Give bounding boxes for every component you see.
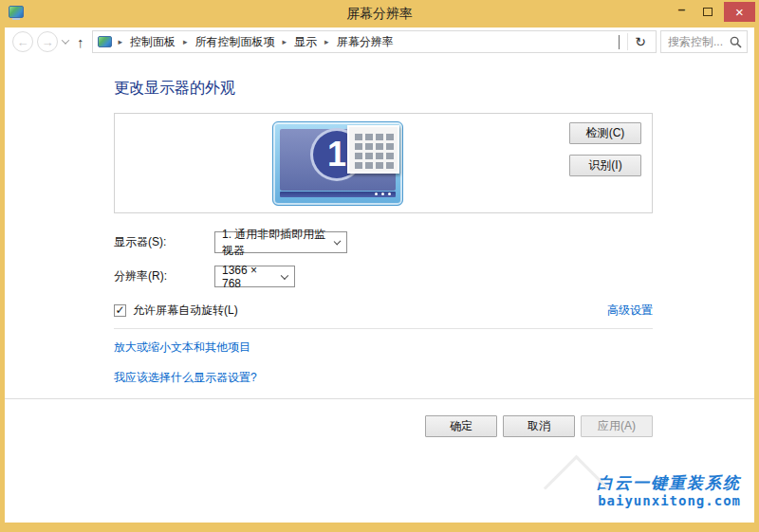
breadcrumb-item-all-items[interactable]: 所有控制面板项 [193,33,278,51]
window-controls: – × [669,2,755,23]
breadcrumb-separator-icon: ▸ [320,37,334,46]
resolution-label: 分辨率(R): [114,268,214,284]
breadcrumb-item-control-panel[interactable]: 控制面板 [127,33,178,51]
start-screen-thumbnail [347,125,399,174]
check-icon: ✓ [115,303,124,317]
breadcrumb-separator-icon: ▸ [178,37,193,46]
resize-text-link[interactable]: 放大或缩小文本和其他项目 [114,340,250,354]
divider [114,328,653,329]
rotation-checkbox-group: ✓ 允许屏幕自动旋转(L) [114,303,238,319]
screen-resolution-window: 屏幕分辨率 – × ← → ↑ ▸ 控制面板 ▸ 所有控制面板项 ▸ 显示 ▸ … [0,0,759,532]
up-button[interactable]: ↑ [77,34,84,50]
breadcrumb-item-display[interactable]: 显示 [291,33,320,51]
advanced-settings-link[interactable]: 高级设置 [607,303,653,319]
tile-grid-icon [355,133,395,169]
chevron-down-icon [619,35,620,49]
client-area: ← → ↑ ▸ 控制面板 ▸ 所有控制面板项 ▸ 显示 ▸ 屏幕分辨率 ↻ [5,28,754,523]
close-icon: × [735,5,744,19]
refresh-button[interactable]: ↻ [628,34,653,49]
minimize-button[interactable]: – [669,2,694,22]
preview-buttons: 检测(C) 识别(I) [569,122,641,176]
watermark-url: baiyunxitong.com [597,493,741,509]
display-selected-value: 1. 通用非即插即用监视器 [222,227,329,259]
monitor-dots-icon [375,193,391,195]
forward-icon: → [42,35,54,49]
dialog-buttons: 确定 取消 应用(A) [5,415,653,437]
identify-button[interactable]: 识别(I) [569,155,641,176]
watermark: 白云一键重装系统 baiyunxitong.com [580,470,747,511]
cancel-button[interactable]: 取消 [503,415,575,437]
recent-pages-dropdown[interactable] [62,38,69,46]
monitor-1-graphic[interactable]: 1 [272,121,403,206]
breadcrumb[interactable]: ▸ 控制面板 ▸ 所有控制面板项 ▸ 显示 ▸ 屏幕分辨率 ↻ [92,30,657,53]
close-button[interactable]: × [724,2,755,22]
back-button[interactable]: ← [12,31,33,52]
up-icon: ↑ [77,34,84,50]
display-select[interactable]: 1. 通用非即插即用监视器 [214,231,347,253]
breadcrumb-separator-icon: ▸ [114,37,128,46]
monitor-preview-panel: 1 检测(C) 识别(I) [114,113,653,213]
titlebar: 屏幕分辨率 – × [0,0,759,28]
search-input[interactable] [666,34,730,49]
maximize-icon [703,8,713,16]
search-box [660,30,748,53]
chevron-down-icon [281,271,288,279]
forward-button[interactable]: → [37,31,58,52]
address-bar: ← → ↑ ▸ 控制面板 ▸ 所有控制面板项 ▸ 显示 ▸ 屏幕分辨率 ↻ [5,28,754,56]
monitor-bottom-strip [280,192,396,197]
resolution-select[interactable]: 1366 × 768 [214,266,295,287]
ok-button[interactable]: 确定 [425,415,497,437]
page-title: 更改显示器的外观 [114,79,754,97]
display-settings-help-link[interactable]: 我应该选择什么显示器设置? [114,371,257,384]
display-row: 显示器(S): 1. 通用非即插即用监视器 [114,231,754,253]
options-row: ✓ 允许屏幕自动旋转(L) 高级设置 [114,303,653,319]
window-title: 屏幕分辨率 [0,6,759,23]
minimize-icon: – [678,2,686,17]
breadcrumb-separator-icon: ▸ [278,37,292,46]
refresh-icon: ↻ [635,34,646,49]
maximize-button[interactable] [694,2,720,22]
detect-button[interactable]: 检测(C) [569,122,641,144]
rotation-checkbox[interactable]: ✓ [114,304,126,317]
back-icon: ← [17,35,29,49]
chevron-down-icon [333,237,341,245]
monitor-number: 1 [327,135,346,174]
breadcrumb-item-screen-resolution[interactable]: 屏幕分辨率 [334,33,397,51]
resolution-selected-value: 1366 × 768 [222,264,276,290]
apply-button[interactable]: 应用(A) [581,415,653,437]
search-icon[interactable] [730,36,742,48]
resolution-row: 分辨率(R): 1366 × 768 [114,266,754,287]
watermark-title: 白云一键重装系统 [597,474,741,493]
location-monitor-icon [98,36,112,47]
chevron-down-icon [62,36,69,44]
address-dropdown-button[interactable] [611,35,627,48]
rotation-checkbox-label: 允许屏幕自动旋转(L) [133,303,238,319]
divider [5,398,754,399]
display-label: 显示器(S): [114,234,214,250]
